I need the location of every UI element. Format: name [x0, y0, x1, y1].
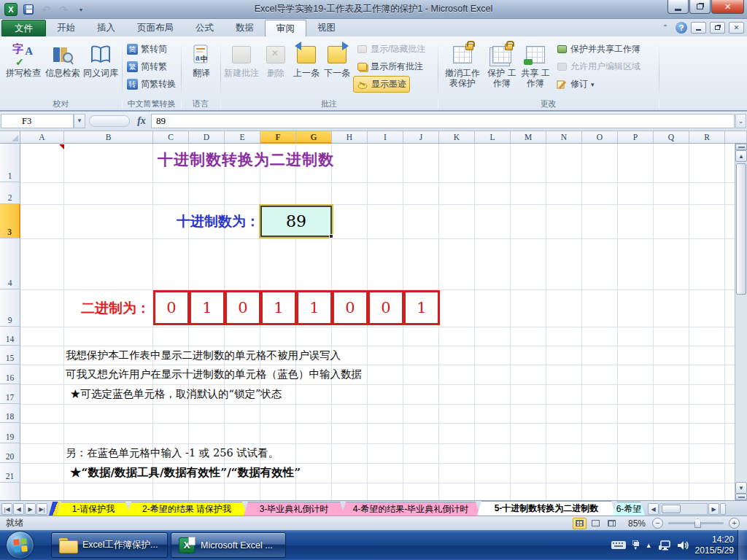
fill-handle[interactable] [329, 234, 333, 238]
taskbar-clock[interactable]: 14:20 2015/5/29 [695, 534, 734, 556]
tab-data[interactable]: 数据 [225, 20, 265, 36]
restore-button[interactable] [689, 0, 711, 14]
column-header[interactable]: H [332, 131, 368, 144]
save-button[interactable] [22, 3, 35, 16]
page-break-view-button[interactable] [605, 518, 619, 529]
column-header[interactable]: L [475, 131, 511, 144]
name-box[interactable]: F3 [1, 114, 74, 128]
column-header[interactable]: J [403, 131, 439, 144]
language-bar-icon[interactable]: ▾ [632, 540, 639, 551]
row-header-selected[interactable]: 3 [0, 204, 20, 238]
column-header[interactable]: M [511, 131, 546, 144]
keyboard-icon[interactable] [611, 540, 626, 550]
show-ink-button[interactable]: 显示墨迹 [353, 76, 410, 93]
simplified-to-traditional-button[interactable]: 繁简转繁 [124, 58, 170, 75]
previous-comment-button[interactable]: 上一条 [292, 38, 321, 95]
minimize-button[interactable] [667, 0, 689, 14]
show-all-comments-button[interactable]: 显示所有批注 [353, 58, 426, 75]
insert-function-button[interactable]: fx [133, 114, 150, 128]
sheet-tab-clipped[interactable]: 6-希望 [613, 502, 645, 516]
help-button[interactable]: ? [676, 22, 687, 34]
volume-icon[interactable] [678, 540, 689, 551]
translate-button[interactable]: a中 翻译 [185, 38, 217, 95]
column-header[interactable]: Q [654, 131, 689, 144]
row-header[interactable]: 18 [0, 404, 20, 423]
chinese-convert-button[interactable]: 转简繁转换 [124, 76, 179, 93]
vertical-scrollbar[interactable]: ▲ ▼ [735, 144, 747, 500]
row-header[interactable]: 20 [0, 443, 20, 463]
scrollbar-track[interactable] [659, 503, 708, 515]
binary-cell[interactable]: 1 [189, 290, 225, 325]
taskbar-app-excel[interactable]: X Microsoft Excel ... [171, 532, 286, 558]
taskbar-app-folder[interactable]: Excel工作簿保护... [51, 532, 168, 558]
zoom-level[interactable]: 85% [628, 518, 646, 529]
unprotect-sheet-button[interactable]: 撤消工作 表保护 [441, 38, 484, 95]
tab-review[interactable]: 审阅 [265, 20, 306, 36]
previous-sheet-button[interactable]: ◀ [13, 503, 24, 515]
cell-decimal-label[interactable]: 十进制数为： [153, 204, 260, 238]
binary-cell[interactable]: 1 [260, 290, 297, 325]
column-header[interactable]: R [689, 131, 725, 144]
binary-cell[interactable]: 0 [368, 290, 404, 325]
cell-note-row15[interactable]: 我想保护本工作表中显示二进制数的单元格不被用户误写入 [66, 346, 341, 365]
column-header[interactable]: N [546, 131, 582, 144]
traditional-to-simplified-button[interactable]: 简繁转简 [124, 41, 170, 58]
scroll-down-button[interactable]: ▼ [735, 482, 747, 494]
zoom-slider-thumb[interactable] [694, 518, 701, 528]
tab-split-handle[interactable] [720, 503, 726, 515]
normal-view-button[interactable] [573, 518, 587, 529]
zoom-slider[interactable] [668, 522, 724, 524]
row-header[interactable]: 14 [0, 327, 20, 346]
tab-formulas[interactable]: 公式 [185, 20, 225, 36]
column-header[interactable]: E [225, 131, 260, 144]
column-header[interactable]: B [64, 131, 153, 144]
show-desktop-button[interactable] [738, 530, 747, 560]
scrollbar-track[interactable] [735, 162, 747, 482]
column-header[interactable]: K [439, 131, 475, 144]
tab-file[interactable]: 文件 [1, 20, 46, 36]
next-sheet-button[interactable]: ▶ [25, 503, 36, 515]
cell-binary-label[interactable]: 二进制为： [64, 289, 150, 327]
formula-input[interactable]: 89 [151, 114, 735, 128]
doc-minimize-button[interactable] [691, 22, 706, 34]
zoom-out-button[interactable]: − [652, 518, 663, 529]
scroll-right-button[interactable]: ▶ [708, 503, 719, 515]
hidden-icons-button[interactable]: ▲ [646, 542, 652, 549]
network-icon[interactable] [659, 540, 671, 551]
first-sheet-button[interactable]: |◀ [1, 503, 12, 515]
column-header[interactable]: I [368, 131, 403, 144]
sheet-tab[interactable]: 2-希望的结果 请保护我 [127, 502, 247, 516]
row-header[interactable]: 19 [0, 423, 20, 443]
row-header[interactable]: 4 [0, 238, 20, 289]
binary-cell[interactable]: 0 [332, 290, 368, 325]
tab-page-layout[interactable]: 页面布局 [126, 20, 185, 36]
select-all-button[interactable] [0, 131, 20, 144]
zoom-in-button[interactable]: + [729, 518, 740, 529]
row-header[interactable]: 9 [0, 289, 20, 327]
track-changes-button[interactable]: 修订 ▾ [553, 76, 597, 93]
tab-home[interactable]: 开始 [46, 20, 86, 36]
protect-share-workbook-button[interactable]: 保护并共享工作簿 [553, 41, 643, 58]
column-header[interactable]: D [189, 131, 225, 144]
tab-insert[interactable]: 插入 [86, 20, 126, 36]
start-button[interactable] [6, 531, 34, 559]
name-box-dropdown[interactable]: ▼ [74, 114, 85, 128]
scrollbar-thumb[interactable] [736, 163, 746, 295]
worksheet-grid[interactable]: 1 2 3 4 9 14 15 16 17 18 19 20 21 十进制数转换… [0, 144, 747, 500]
last-sheet-button[interactable]: ▶| [36, 503, 47, 515]
row-header-partial[interactable] [0, 483, 20, 500]
row-header[interactable]: 1 [0, 144, 20, 182]
binary-cell[interactable]: 1 [296, 290, 333, 325]
sheet-tab-active[interactable]: 5-十进制数转换为二进制数 [477, 501, 616, 516]
excel-logo-icon[interactable]: X [4, 3, 18, 16]
binary-cell[interactable]: 0 [225, 290, 261, 325]
next-comment-button[interactable]: 下一条 [322, 38, 352, 95]
column-header[interactable]: O [582, 131, 618, 144]
doc-close-button[interactable]: ✕ [729, 22, 744, 34]
column-header[interactable]: P [618, 131, 654, 144]
doc-restore-button[interactable] [710, 22, 725, 34]
cell-note-row17[interactable]: ★可选定蓝色单元格，取消默认的“锁定”状态 [70, 384, 282, 403]
row-header[interactable]: 16 [0, 365, 20, 384]
protect-workbook-button[interactable]: 保护 工作簿 [486, 38, 518, 95]
scroll-up-button[interactable]: ▲ [735, 150, 747, 162]
